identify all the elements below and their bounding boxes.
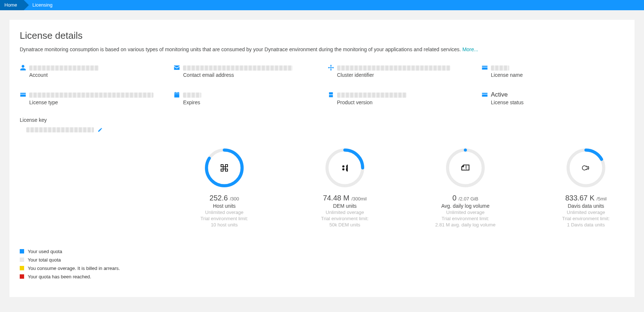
legend-swatch xyxy=(20,249,24,253)
fullstack-icon xyxy=(220,163,229,172)
info-label: Account xyxy=(29,72,163,78)
info-label: License status xyxy=(491,99,624,105)
info-label: Cluster identifier xyxy=(337,72,470,78)
legend: Your used quota Your total quota You con… xyxy=(20,249,624,279)
page-description: Dynatrace monitoring consumption is base… xyxy=(20,46,624,52)
redacted-key xyxy=(26,127,94,132)
gauge-overage: Unlimited overage xyxy=(446,210,485,215)
gauge-trial-line: Trial environment limit: xyxy=(201,216,248,221)
expires-field: Expires xyxy=(174,91,316,105)
info-label: Contact email address xyxy=(183,72,316,78)
users-icon xyxy=(340,163,349,172)
davis-icon xyxy=(582,163,590,172)
gauge-value: 0 /2.07 GiB xyxy=(453,194,479,202)
redacted-value xyxy=(337,93,407,98)
gauge-label: Avg. daily log volume xyxy=(441,203,489,209)
cluster-field: Cluster identifier xyxy=(328,64,470,78)
gauge-trial-line: Trial environment limit: xyxy=(321,216,369,221)
legend-swatch xyxy=(20,274,24,279)
redacted-value xyxy=(29,65,99,71)
gauge-value: 252.6 /300 xyxy=(210,194,239,202)
page-title: License details xyxy=(20,30,624,41)
license-key-block: License key xyxy=(20,117,624,132)
legend-item: Your used quota xyxy=(20,249,624,254)
info-label: License type xyxy=(29,99,163,105)
gauge-log-volume: LOG 0 /2.07 GiB Avg. daily log volume Un… xyxy=(431,149,500,228)
gauge-label: DEM units xyxy=(333,203,357,209)
cluster-icon xyxy=(328,64,334,71)
legend-text: You consume overage. It is billed in arr… xyxy=(28,266,120,271)
gauge-ring: LOG xyxy=(446,149,485,187)
card-icon xyxy=(20,91,26,98)
legend-text: Your quota has been reached. xyxy=(28,274,91,279)
card-icon xyxy=(481,64,488,71)
breadcrumb-home[interactable]: Home xyxy=(0,0,24,10)
redacted-value xyxy=(183,65,293,71)
svg-text:LOG: LOG xyxy=(465,165,467,170)
gauge-ring xyxy=(567,149,605,187)
breadcrumb-licensing[interactable]: Licensing xyxy=(24,0,59,10)
gauge-ring xyxy=(205,149,244,187)
server-icon xyxy=(328,91,334,98)
mail-icon xyxy=(174,64,180,71)
legend-item: You consume overage. It is billed in arr… xyxy=(20,266,624,271)
license-status-field: Active License status xyxy=(481,91,624,105)
gauge-trial-line: Trial environment limit: xyxy=(442,216,489,221)
more-link[interactable]: More... xyxy=(462,46,479,52)
legend-text: Your total quota xyxy=(28,257,61,263)
legend-item: Your quota has been reached. xyxy=(20,274,624,279)
gauges-row: 252.6 /300 Host units Unlimited overage … xyxy=(20,149,624,228)
gauge-value: 833.67 K /5mil xyxy=(565,194,606,202)
contact-field: Contact email address xyxy=(174,64,316,78)
gauge-trial-value: 10 host units xyxy=(211,222,238,228)
gauge-dem-units: 74.48 M /300mil DEM units Unlimited over… xyxy=(310,149,380,228)
log-icon: LOG xyxy=(461,163,470,172)
calendar-icon xyxy=(174,91,180,98)
info-grid: Account Contact email address Cluster id… xyxy=(20,64,624,105)
status-value: Active xyxy=(491,91,624,98)
legend-text: Your used quota xyxy=(28,249,62,254)
gauge-value: 74.48 M /300mil xyxy=(323,194,367,202)
legend-item: Your total quota xyxy=(20,257,624,263)
gauge-label: Host units xyxy=(213,203,236,209)
gauge-trial-value: 2.81 M avg. daily log volume xyxy=(435,222,496,228)
license-name-field: License name xyxy=(481,64,624,78)
redacted-value xyxy=(337,65,450,71)
product-version-field: Product version xyxy=(328,91,470,105)
redacted-value xyxy=(491,65,509,71)
gauge-label: Davis data units xyxy=(568,203,604,209)
gauge-host-units: 252.6 /300 Host units Unlimited overage … xyxy=(190,149,259,228)
gauge-overage: Unlimited overage xyxy=(567,210,605,215)
gauge-davis-units: 833.67 K /5mil Davis data units Unlimite… xyxy=(551,149,621,228)
gauge-trial-value: 50k DEM units xyxy=(329,222,361,228)
info-label: License name xyxy=(491,72,624,78)
license-type-field: License type xyxy=(20,91,163,105)
gauge-trial-line: Trial environment limit: xyxy=(562,216,610,221)
info-label: Expires xyxy=(183,99,316,105)
breadcrumb: Home Licensing xyxy=(0,0,644,10)
info-label: Product version xyxy=(337,99,470,105)
page-card: License details Dynatrace monitoring con… xyxy=(9,20,635,297)
card-icon xyxy=(481,91,488,98)
gauge-overage: Unlimited overage xyxy=(205,210,244,215)
gauge-ring xyxy=(325,149,364,187)
user-icon xyxy=(20,64,26,71)
gauge-trial-value: 1 Davis data units xyxy=(567,222,605,228)
account-field: Account xyxy=(20,64,163,78)
license-key-label: License key xyxy=(20,117,624,123)
redacted-value xyxy=(183,93,201,98)
redacted-value xyxy=(29,93,153,98)
gauge-overage: Unlimited overage xyxy=(326,210,364,215)
legend-swatch xyxy=(20,266,24,270)
edit-icon[interactable] xyxy=(98,127,103,132)
legend-swatch xyxy=(20,258,24,262)
